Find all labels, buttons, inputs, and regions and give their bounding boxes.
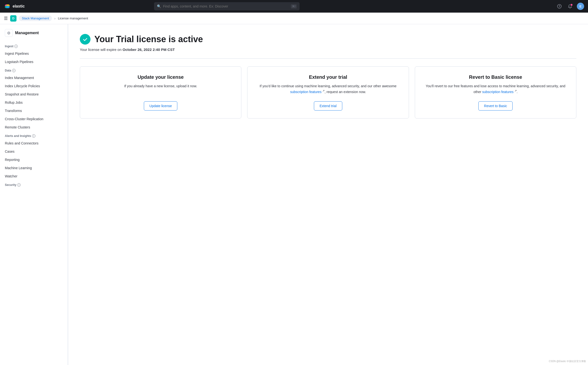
nav-icons: ? E <box>555 2 584 10</box>
section-divider <box>80 58 576 59</box>
sidebar-item-snapshot-restore[interactable]: Snapshot and Restore <box>0 90 68 98</box>
update-license-button[interactable]: Update license <box>144 101 178 111</box>
sidebar-header: ⚙ Management <box>0 29 68 42</box>
page-layout: ⚙ Management Ingest i Ingest Pipelines L… <box>0 24 588 365</box>
breadcrumb-separator: › <box>54 16 56 20</box>
update-license-desc: If you already have a new license, uploa… <box>124 83 197 95</box>
sidebar-item-cross-cluster-replication[interactable]: Cross-Cluster Replication <box>0 115 68 123</box>
subscription-features-link-2[interactable]: subscription features <box>482 90 514 94</box>
global-search-bar[interactable]: 🔍 ⌘/ <box>154 2 300 10</box>
checkmark-icon <box>82 37 88 42</box>
breadcrumb-current: License management <box>58 16 88 20</box>
sidebar: ⚙ Management Ingest i Ingest Pipelines L… <box>0 24 68 365</box>
sidebar-item-rules-connectors[interactable]: Rules and Connectors <box>0 139 68 147</box>
revert-basic-desc: You'll revert to our free features and l… <box>422 83 569 95</box>
help-icon: ? <box>557 4 562 8</box>
data-info-icon[interactable]: i <box>12 69 16 72</box>
search-input[interactable] <box>163 4 289 8</box>
extend-trial-title: Extend your trial <box>309 74 347 80</box>
management-icon: ⚙ <box>5 29 13 37</box>
page-heading: Your Trial license is active <box>80 34 576 45</box>
breadcrumb-bar: ☰ D Stack Management › License managemen… <box>0 13 588 24</box>
search-shortcut: ⌘/ <box>291 4 297 8</box>
bell-icon <box>568 4 572 8</box>
elastic-logo-icon <box>4 3 11 10</box>
watermark: CSDN @Elastic 中国社区官方博客 <box>549 360 586 363</box>
svg-point-4 <box>6 6 10 8</box>
top-navigation: elastic 🔍 ⌘/ ? E <box>0 0 588 13</box>
page-title: Your Trial license is active <box>94 34 203 44</box>
extend-trial-button[interactable]: Extend trial <box>314 101 342 111</box>
sidebar-item-reporting[interactable]: Reporting <box>0 156 68 164</box>
sidebar-item-index-management[interactable]: Index Management <box>0 74 68 82</box>
sidebar-item-rollup-jobs[interactable]: Rollup Jobs <box>0 98 68 107</box>
sidebar-item-watcher[interactable]: Watcher <box>0 172 68 180</box>
sidebar-item-cases[interactable]: Cases <box>0 147 68 156</box>
sidebar-section-data: Data i <box>0 66 68 74</box>
main-content: Your Trial license is active Your licens… <box>68 24 588 365</box>
workspace-badge: D <box>10 15 16 22</box>
sidebar-item-transforms[interactable]: Transforms <box>0 107 68 115</box>
elastic-logo: elastic <box>4 3 25 10</box>
ingest-info-icon[interactable]: i <box>14 45 18 48</box>
sidebar-item-index-lifecycle-policies[interactable]: Index Lifecycle Policies <box>0 82 68 90</box>
sidebar-item-remote-clusters[interactable]: Remote Clusters <box>0 123 68 131</box>
revert-basic-title: Revert to Basic license <box>469 74 522 80</box>
avatar[interactable]: E <box>577 3 584 10</box>
update-license-card: Update your license If you already have … <box>80 66 241 119</box>
breadcrumb-stack-management[interactable]: Stack Management <box>19 16 52 21</box>
security-info-icon[interactable]: i <box>17 183 21 187</box>
license-expiry-text: Your license will expire on October 26, … <box>80 48 576 52</box>
extend-trial-desc: If you'd like to continue using machine … <box>254 83 402 95</box>
revert-to-basic-button[interactable]: Revert to Basic <box>478 101 513 111</box>
sidebar-section-security: Security i <box>0 180 68 188</box>
license-cards: Update your license If you already have … <box>80 66 576 119</box>
help-button[interactable]: ? <box>555 2 563 10</box>
notifications-button[interactable] <box>566 2 574 10</box>
update-license-title: Update your license <box>138 74 184 80</box>
extend-trial-card: Extend your trial If you'd like to conti… <box>247 66 409 119</box>
subscription-features-link-1[interactable]: subscription features <box>290 90 321 94</box>
sidebar-section-ingest: Ingest i <box>0 42 68 49</box>
elastic-logo-text: elastic <box>13 4 25 8</box>
sidebar-item-machine-learning[interactable]: Machine Learning <box>0 164 68 172</box>
sidebar-item-logstash-pipelines[interactable]: Logstash Pipelines <box>0 58 68 66</box>
sidebar-title: Management <box>15 31 39 35</box>
menu-toggle-button[interactable]: ☰ <box>4 16 8 21</box>
sidebar-section-alerts: Alerts and Insights i <box>0 131 68 139</box>
expiry-date: October 26, 2022 2:40 PM CST <box>122 48 175 52</box>
svg-text:?: ? <box>559 5 560 8</box>
alerts-info-icon[interactable]: i <box>32 134 35 138</box>
sidebar-item-ingest-pipelines[interactable]: Ingest Pipelines <box>0 49 68 58</box>
search-icon: 🔍 <box>157 4 161 8</box>
revert-basic-card: Revert to Basic license You'll revert to… <box>415 66 576 119</box>
success-check-circle <box>80 34 90 45</box>
